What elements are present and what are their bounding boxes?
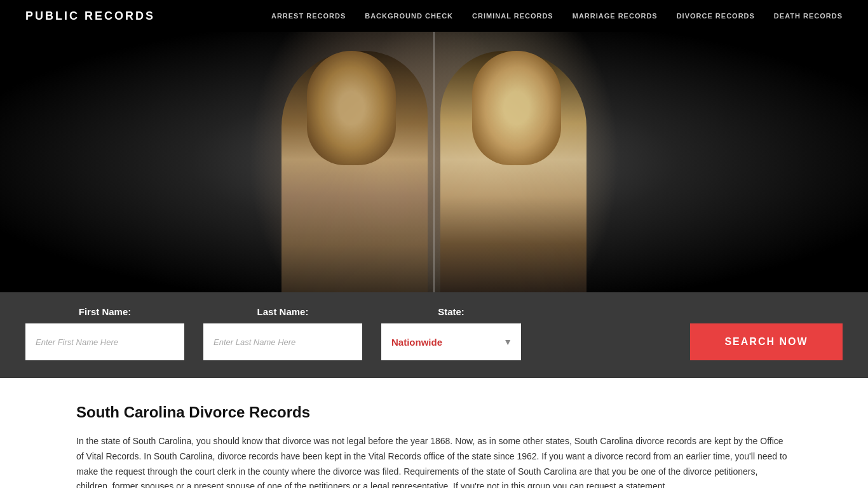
state-field: State: NationwideAlabamaAlaskaArizonaArk… bbox=[381, 306, 521, 360]
site-header: PUBLIC RECORDS ARREST RECORDSBACKGROUND … bbox=[0, 0, 868, 32]
state-label: State: bbox=[381, 306, 521, 317]
content-paragraph-1: In the state of South Carolina, you shou… bbox=[76, 434, 792, 488]
state-select[interactable]: NationwideAlabamaAlaskaArizonaArkansasCa… bbox=[381, 323, 521, 360]
content-section: South Carolina Divorce Records In the st… bbox=[0, 378, 868, 488]
person-left-silhouette bbox=[281, 51, 428, 292]
search-button-wrapper: SEARCH NOW bbox=[690, 323, 843, 360]
nav-link-background-check[interactable]: BACKGROUND CHECK bbox=[365, 12, 453, 20]
main-nav: ARREST RECORDSBACKGROUND CHECKCRIMINAL R… bbox=[271, 12, 843, 20]
person-right-silhouette bbox=[440, 51, 587, 292]
nav-link-death-records[interactable]: DEATH RECORDS bbox=[774, 12, 843, 20]
couple-divider bbox=[433, 32, 435, 292]
state-select-wrapper: NationwideAlabamaAlaskaArizonaArkansasCa… bbox=[381, 323, 521, 360]
first-name-label: First Name: bbox=[25, 306, 184, 317]
content-title: South Carolina Divorce Records bbox=[76, 403, 792, 421]
search-panel: First Name: Last Name: State: Nationwide… bbox=[0, 292, 868, 378]
nav-link-arrest-records[interactable]: ARREST RECORDS bbox=[271, 12, 346, 20]
nav-link-marriage-records[interactable]: MARRIAGE RECORDS bbox=[573, 12, 658, 20]
last-name-label: Last Name: bbox=[203, 306, 362, 317]
first-name-field: First Name: bbox=[25, 306, 184, 360]
hero-section bbox=[0, 32, 868, 292]
search-fields-row: First Name: Last Name: State: Nationwide… bbox=[25, 306, 843, 360]
search-now-button[interactable]: SEARCH NOW bbox=[690, 323, 843, 360]
site-logo[interactable]: PUBLIC RECORDS bbox=[25, 10, 155, 23]
last-name-input[interactable] bbox=[203, 323, 362, 360]
last-name-field: Last Name: bbox=[203, 306, 362, 360]
first-name-input[interactable] bbox=[25, 323, 184, 360]
couple-visual bbox=[243, 32, 625, 292]
nav-link-divorce-records[interactable]: DIVORCE RECORDS bbox=[677, 12, 755, 20]
hero-couple-image bbox=[243, 32, 625, 292]
nav-link-criminal-records[interactable]: CRIMINAL RECORDS bbox=[472, 12, 553, 20]
